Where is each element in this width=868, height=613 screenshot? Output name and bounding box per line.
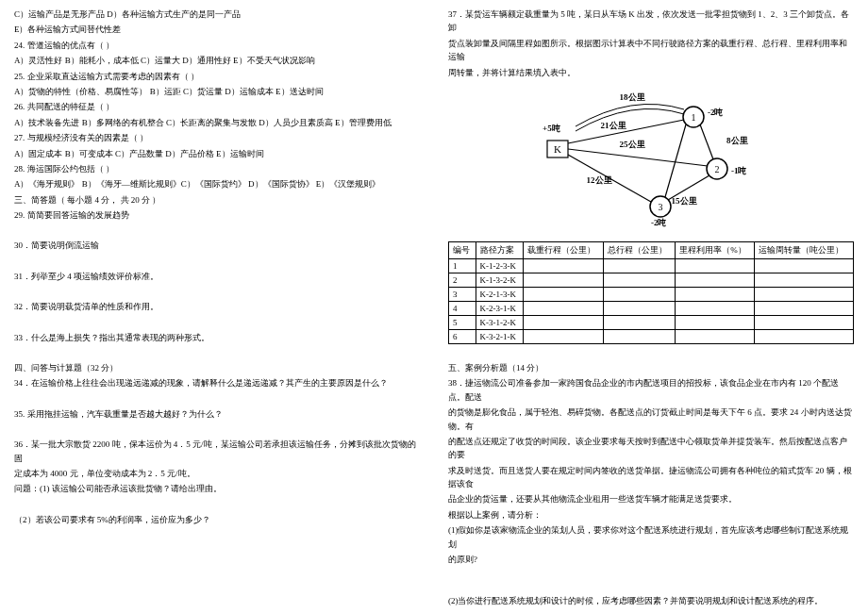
svg-line-11 (700, 124, 713, 159)
q38-l4: 求及时送货。而且送货人要在规定时间内签收的送货单据。捷运物流公司拥有各种吨位的箱… (448, 464, 854, 491)
table-header-row: 编号 路径方案 载重行程（公里） 总行程（公里） 里程利用率（%） 运输周转量（… (449, 241, 854, 258)
q34: 34．在运输价格上往往会出现递远递减的现象，请解释什么是递远递减？其产生的主要原… (14, 376, 420, 389)
q27-opts: A）固定成本 B）可变成本 C）产品数量 D）产品价格 E）运输时间 (14, 147, 420, 160)
table-row: 6K-3-2-1-K (449, 329, 854, 343)
q38-l2: 的货物是膨化食品，属于轻泡、易碎货物。各配送点的订货截止时间是每天下午 6 点。… (448, 406, 854, 433)
section-4-header: 四、问答与计算题（32 分） (14, 361, 420, 374)
svg-text:18公里: 18公里 (620, 92, 645, 102)
left-column: C）运输产品是无形产品 D）各种运输方式生产的是同一产品 E）各种运输方式间替代… (0, 0, 434, 613)
q36-line1: 36．某一批大宗散货 2200 吨，保本运价为 4．5 元/吨，某运输公司若承担… (14, 438, 420, 465)
q25-opts: A）货物的特性（价格、易腐性等） B）运距 C）货运量 D）运输成本 E）送达时… (14, 85, 420, 98)
q37-line1: 37．某货运车辆额定载重量为 5 吨，某日从车场 K 出发，依次发送一批零担货物… (448, 8, 854, 35)
svg-text:-2吨: -2吨 (651, 218, 667, 227)
svg-text:K: K (554, 143, 561, 155)
svg-text:3: 3 (659, 202, 663, 212)
q38-l1: 38．捷运物流公司准备参加一家跨国食品企业的市内配送项目的招投标，该食品企业在市… (448, 376, 854, 404)
q36-sub1: 问题：(1) 该运输公司能否承运该批货物？请给出理由。 (14, 482, 420, 495)
q25-stem: 25. 企业采取直达运输方式需要考虑的因素有（ ） (14, 70, 420, 83)
svg-text:-1吨: -1吨 (731, 166, 747, 175)
svg-text:15公里: 15公里 (672, 196, 697, 206)
q38-sub1: (1)假如你是该家物流企业的策划人员，要求你对这个配送系统进行规划，首先应该考虑… (448, 523, 854, 551)
svg-text:2: 2 (715, 164, 720, 174)
q36-line2: 定成本为 4000 元，单位变动成本为 2．5 元/吨。 (14, 467, 420, 480)
section-5-header: 五、案例分析题（14 分） (448, 361, 854, 374)
q38-l3: 的配送点还规定了收货的时间段。该企业要求每天按时到配送中心领取货单并提货装车。然… (448, 435, 854, 462)
svg-text:25公里: 25公里 (620, 140, 645, 149)
q27-stem: 27. 与规模经济没有关的因素是（ ） (14, 131, 420, 144)
q38-l6: 根据以上案例，请分析： (448, 508, 854, 522)
q38-sub2: (2)当你进行配送系统规划和设计的时候，应考虑哪些因素？并简要说明规划和设计配送… (448, 594, 854, 607)
q26-opts: A）技术装备先进 B）多网络的有机整合 C）长距离的聚集与发散 D）人员少且素质… (14, 116, 420, 129)
svg-text:-2吨: -2吨 (708, 108, 724, 117)
table-row: 1K-1-2-3-K (449, 258, 854, 273)
q29: 29. 简简要回答运输的发展趋势 (14, 208, 420, 222)
svg-text:+5吨: +5吨 (542, 124, 560, 133)
q24-stem: 24. 管道运输的优点有（ ） (14, 39, 420, 52)
route-diagram: K 1 2 3 18公里 21公里 25公里 12公里 15公里 (448, 89, 854, 232)
th-turnover: 运输周转量（吨公里） (755, 241, 854, 258)
q28-opts: A）《海牙规则》 B）《海牙—维斯比规则》C）《国际货约》 D）《国际货协》 E… (14, 177, 420, 191)
section-3-header: 三、简答题（ 每小题 4 分， 共 20 分 ） (14, 193, 420, 207)
q37-line3: 周转量，并将计算结果填入表中。 (448, 66, 854, 79)
th-total: 总行程（公里） (604, 241, 676, 258)
q35: 35. 采用拖挂运输，汽车载重量是否越大越好？为什么？ (14, 407, 420, 421)
q38-l5: 品企业的货运量，还要从其他物流企业租用一些送货车辆才能满足送货要求。 (448, 492, 854, 505)
q37-line2: 货点装卸量及间隔里程如图所示。根据图示计算表中不同行驶路径方案的载重行程、总行程… (448, 37, 854, 64)
table-row: 4K-2-3-1-K (449, 301, 854, 315)
svg-text:21公里: 21公里 (601, 121, 626, 130)
q28-stem: 28. 海运国际公约包括（ ） (14, 162, 420, 175)
th-util: 里程利用率（%） (676, 241, 755, 258)
q24-opts: A）灵活性好 B）能耗小，成本低 C）运量大 D）通用性好 E）不受天气状况影响 (14, 54, 420, 67)
q30: 30．简要说明倒流运输 (14, 239, 420, 252)
q23-opt-c-d: C）运输产品是无形产品 D）各种运输方式生产的是同一产品 (14, 8, 420, 21)
q38-sub1b: 的原则? (448, 553, 854, 566)
th-path: 路径方案 (476, 241, 523, 258)
svg-text:8公里: 8公里 (726, 136, 748, 145)
q26-stem: 26. 共同配送的特征是（ ） (14, 100, 420, 113)
table-row: 2K-1-3-2-K (449, 273, 854, 287)
right-column: 37．某货运车辆额定载重量为 5 吨，某日从车场 K 出发，依次发送一批零担货物… (434, 0, 868, 613)
route-table: 编号 路径方案 载重行程（公里） 总行程（公里） 里程利用率（%） 运输周转量（… (448, 241, 854, 344)
q32: 32．简要说明载货清单的性质和作用。 (14, 300, 420, 313)
q33: 33．什么是海上损失？指出其通常表现的两种形式。 (14, 331, 420, 344)
table-row: 5K-3-1-2-K (449, 315, 854, 329)
svg-text:1: 1 (692, 112, 696, 123)
svg-line-9 (568, 149, 708, 166)
svg-text:12公里: 12公里 (587, 175, 612, 185)
q31: 31．列举至少 4 项运输绩效评价标准。 (14, 270, 420, 283)
th-loaded: 载重行程（公里） (523, 241, 604, 258)
th-num: 编号 (449, 241, 476, 258)
q36-sub2: （2）若该公司要求有 5%的利润率，运价应为多少？ (14, 513, 420, 526)
table-row: 3K-2-1-3-K (449, 287, 854, 301)
q23-opt-e: E）各种运输方式间替代性差 (14, 23, 420, 36)
